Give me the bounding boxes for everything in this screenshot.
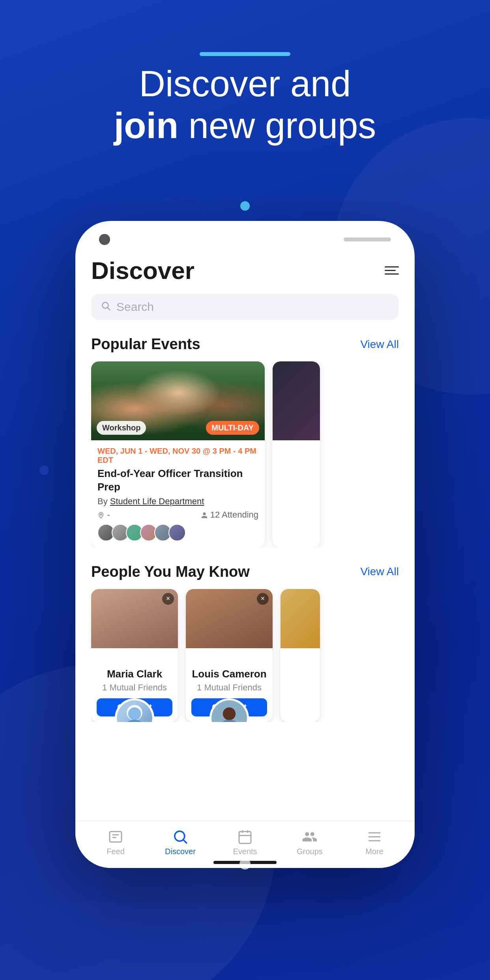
nav-label-events: Events <box>233 847 257 856</box>
nav-item-groups[interactable]: Groups <box>294 829 325 856</box>
filter-line-1 <box>385 266 399 267</box>
close-button-maria[interactable]: × <box>162 593 174 605</box>
nav-item-feed[interactable]: Feed <box>100 829 131 856</box>
person-name-louis: Louis Cameron <box>191 668 267 680</box>
discover-icon <box>172 829 188 845</box>
svg-point-5 <box>128 707 141 720</box>
popular-events-view-all[interactable]: View All <box>360 338 399 351</box>
dot-indicator-bottom <box>239 858 251 870</box>
person-card-maria[interactable]: × Maria Clark 1 Mutual Friends <box>91 589 178 722</box>
nav-label-groups: Groups <box>297 847 323 856</box>
svg-point-8 <box>223 707 236 720</box>
people-view-all[interactable]: View All <box>360 565 399 578</box>
filter-button[interactable] <box>385 266 399 275</box>
partial-event-image <box>273 361 320 440</box>
popular-events-header: Popular Events View All <box>91 336 399 353</box>
people-scroll: × Maria Clark 1 Mutual Friends <box>91 589 399 722</box>
events-scroll: Workshop MULTI-DAY WED, JUN 1 - WED, NOV… <box>91 361 399 548</box>
event-attending: 12 Attending <box>201 510 258 520</box>
event-name: End-of-Year Officer Transition Prep <box>97 467 258 494</box>
event-badge-type: Workshop <box>97 421 146 435</box>
event-badge-multiday: MULTI-DAY <box>206 421 259 435</box>
nav-item-more[interactable]: More <box>359 829 390 856</box>
feed-icon <box>108 829 123 845</box>
svg-line-14 <box>183 840 187 843</box>
search-box[interactable]: Search <box>91 294 399 320</box>
attendee-avatar-6 <box>168 524 186 541</box>
event-card-1[interactable]: Workshop MULTI-DAY WED, JUN 1 - WED, NOV… <box>91 361 265 548</box>
search-placeholder-text: Search <box>116 300 154 314</box>
event-by-label: By <box>97 496 108 506</box>
popular-events-title: Popular Events <box>91 336 200 353</box>
person-card-louis[interactable]: × Louis Cameron 1 Mutual Friends Connect <box>186 589 273 722</box>
event-image-1: Workshop MULTI-DAY <box>91 361 265 440</box>
event-info-1: WED, JUN 1 - WED, NOV 30 @ 3 PM - 4 PM E… <box>91 440 265 548</box>
filter-line-3 <box>385 273 399 275</box>
person-card-partial[interactable] <box>281 589 320 722</box>
svg-point-2 <box>100 514 102 515</box>
person-mutual-louis: 1 Mutual Friends <box>191 683 267 693</box>
app-content: Discover Search Popular Events View All <box>75 249 415 829</box>
avatar-maria-inner <box>117 700 152 722</box>
svg-rect-10 <box>110 832 122 842</box>
dot-indicator-top <box>240 201 250 211</box>
nav-item-events[interactable]: Events <box>229 829 261 856</box>
person-mutual-maria: 1 Mutual Friends <box>97 683 172 693</box>
dot-indicator-left <box>39 466 49 475</box>
svg-rect-15 <box>239 832 251 843</box>
people-section-title: People You May Know <box>91 563 250 580</box>
svg-point-6 <box>125 720 144 722</box>
more-icon <box>367 829 382 845</box>
top-decorative-bar <box>200 52 290 56</box>
search-icon <box>101 301 111 314</box>
event-location: - <box>97 510 110 520</box>
event-date: WED, JUN 1 - WED, NOV 30 @ 3 PM - 4 PM E… <box>97 447 258 465</box>
phone-bar <box>344 238 391 241</box>
discover-header: Discover <box>91 256 399 284</box>
svg-line-1 <box>108 307 110 310</box>
phone-top-bar <box>75 221 415 249</box>
phone-camera <box>99 234 110 245</box>
event-organizer[interactable]: Student Life Department <box>110 496 204 506</box>
event-meta: - 12 Attending <box>97 510 258 520</box>
page-title: Discover <box>91 256 195 284</box>
people-section-header: People You May Know View All <box>91 563 399 580</box>
nav-label-feed: Feed <box>107 847 125 856</box>
nav-label-more: More <box>365 847 383 856</box>
event-card-partial[interactable] <box>273 361 320 548</box>
hero-section: Discover and join new groups <box>0 63 490 147</box>
filter-line-2 <box>385 270 396 271</box>
groups-icon <box>302 829 318 845</box>
event-attendee-avatars <box>97 524 258 541</box>
person-name-maria: Maria Clark <box>97 668 172 680</box>
phone-mockup: Discover Search Popular Events View All <box>75 221 415 868</box>
partial-person-bg <box>281 589 320 648</box>
event-by: By Student Life Department <box>97 496 258 507</box>
svg-point-13 <box>175 831 185 841</box>
events-icon <box>237 829 253 845</box>
nav-item-discover[interactable]: Discover <box>165 829 196 856</box>
hero-title: Discover and join new groups <box>0 63 490 147</box>
avatar-louis-inner <box>211 700 247 722</box>
nav-label-discover: Discover <box>165 847 196 856</box>
close-button-louis[interactable]: × <box>257 593 269 605</box>
